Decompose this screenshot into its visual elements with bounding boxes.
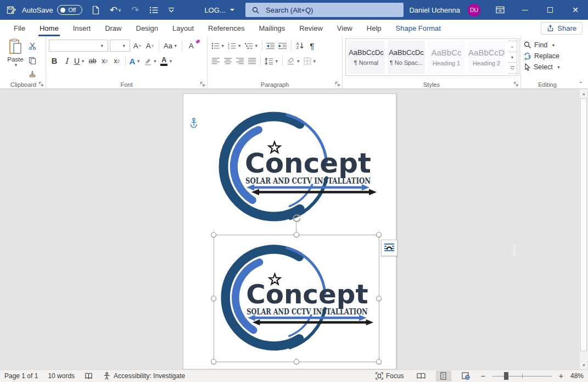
shrink-font-button[interactable]: A ˅ [144,40,155,52]
decrease-indent-button[interactable] [265,40,276,52]
tab-file[interactable]: File [7,20,32,36]
share-button[interactable]: Share [541,22,583,35]
avatar[interactable]: DU [468,4,480,16]
ribbon-display-options-button[interactable] [492,6,508,14]
style-no-spacing[interactable]: AaBbCcDc ¶ No Spac... [388,41,425,74]
word-count[interactable]: 10 words [48,372,75,380]
copy-button[interactable] [27,54,38,67]
line-spacing-button[interactable]: ▼ [264,55,279,68]
scrollbar-thumb[interactable] [580,98,587,351]
style-heading1[interactable]: AaBbCc Heading 1 [428,41,465,74]
shading-button[interactable]: ▼ [285,55,301,68]
tab-home[interactable]: Home [32,20,66,36]
tab-layout[interactable]: Layout [165,20,201,36]
style-scroll-down-button[interactable]: ▼ [508,52,517,63]
handle-mid-right[interactable] [376,296,382,301]
style-gallery-expand-button[interactable] [508,63,517,73]
styles-dialog-launcher[interactable] [513,81,519,87]
replace-button[interactable]: b c Replace [524,51,571,62]
minimize-button[interactable] [512,0,537,20]
multilevel-list-button[interactable]: ▼ [244,40,259,52]
handle-mid-left[interactable] [211,296,216,301]
zoom-level[interactable]: 48% [570,372,584,380]
print-layout-button[interactable] [436,370,451,381]
justify-button[interactable] [247,55,257,68]
focus-button[interactable]: Focus [376,372,404,380]
tab-review[interactable]: Review [292,20,330,36]
accessibility-checker[interactable]: Accessibility: Investigate [103,372,185,380]
find-button[interactable]: Find ▼ [524,40,571,51]
zoom-slider[interactable] [492,372,552,380]
font-dialog-launcher[interactable] [200,81,205,87]
superscript-button[interactable]: x 2 [111,55,122,68]
align-right-button[interactable] [234,55,245,68]
show-formatting-button[interactable]: ¶ [306,40,317,52]
layout-options-button[interactable] [381,240,397,256]
style-heading2[interactable]: AaBbCcD Heading 2 [468,41,505,74]
italic-button[interactable]: I [61,55,72,68]
borders-button[interactable]: ▼ [303,55,317,68]
concept-logo-image[interactable]: Concept SOLAR AND CCTV INSTALLATION [217,109,379,227]
style-scroll-up-button[interactable]: ▲ [508,41,517,52]
page-info[interactable]: Page 1 of 1 [4,372,38,380]
bold-button[interactable]: B [49,55,60,68]
sort-button[interactable]: A Z [294,40,305,52]
highlight-button[interactable]: ▼ [143,55,158,68]
handle-top-center[interactable] [294,232,299,237]
scroll-up-button[interactable]: ▲ [580,89,588,98]
concept-logo-image-selected[interactable]: Concept SOLAR AND CCTV INSTALLATION [220,242,376,356]
paragraph-dialog-launcher[interactable] [335,81,340,87]
subscript-button[interactable]: x 2 [99,55,110,68]
autosave-toggle[interactable]: Off [57,5,82,15]
zoom-in-button[interactable]: + [559,372,563,380]
collapse-ribbon-button[interactable]: ⌃ [579,81,583,87]
proofing-button[interactable] [85,372,93,380]
zoom-out-button[interactable]: − [481,372,485,380]
select-button[interactable]: Select ▼ [524,62,571,73]
tab-draw[interactable]: Draw [98,20,128,36]
clipboard-dialog-launcher[interactable] [38,81,44,87]
clear-formatting-button[interactable]: A [186,40,197,52]
rotate-handle[interactable] [292,213,301,223]
customize-qat-button[interactable] [164,7,179,13]
tab-view[interactable]: View [330,20,360,36]
strikethrough-button[interactable]: ab [87,55,98,68]
maximize-button[interactable] [537,0,563,20]
undo-button[interactable]: ↶ ∨ [108,4,123,15]
cut-button[interactable] [27,40,38,52]
paste-button[interactable]: Paste ▼ [4,38,27,80]
zoom-slider-thumb[interactable] [504,372,508,380]
align-center-button[interactable] [222,55,233,68]
text-effects-button[interactable]: A ▼ [128,55,142,68]
underline-button[interactable]: U ▼ [73,55,86,68]
format-painter-button[interactable] [27,68,38,80]
tab-design[interactable]: Design [129,20,165,36]
font-name-input[interactable] [49,41,100,51]
font-size-input[interactable] [110,41,122,51]
align-left-button[interactable] [210,55,221,68]
bullets-button[interactable]: ▼ [210,40,226,52]
change-case-button[interactable]: Aa ▼ [163,40,178,52]
handle-top-left[interactable] [211,232,216,237]
handle-bottom-left[interactable] [211,359,216,364]
web-layout-button[interactable] [458,370,474,381]
quick-list-button[interactable] [146,7,161,14]
vertical-scrollbar[interactable]: ▲ ▼ [579,89,587,369]
font-name-combo[interactable]: ▼ [49,40,108,52]
scroll-down-button[interactable]: ▼ [580,361,588,369]
handle-bottom-right[interactable] [376,359,382,364]
tab-help[interactable]: Help [360,20,389,36]
save-button[interactable] [3,5,19,15]
document-title[interactable]: LOG... [204,6,234,14]
redo-button[interactable]: ↷ [127,4,143,15]
close-button[interactable]: ✕ [563,0,588,20]
tab-mailings[interactable]: Mailings [252,20,293,36]
search-bar[interactable]: Search (Alt+Q) [245,3,404,17]
handle-top-right[interactable] [376,232,382,237]
tab-insert[interactable]: Insert [66,20,98,36]
handle-bottom-center[interactable] [294,359,299,364]
grow-font-button[interactable]: A ˄ [132,40,143,52]
tab-references[interactable]: References [201,20,251,36]
increase-indent-button[interactable] [277,40,288,52]
new-document-button[interactable] [88,5,103,15]
